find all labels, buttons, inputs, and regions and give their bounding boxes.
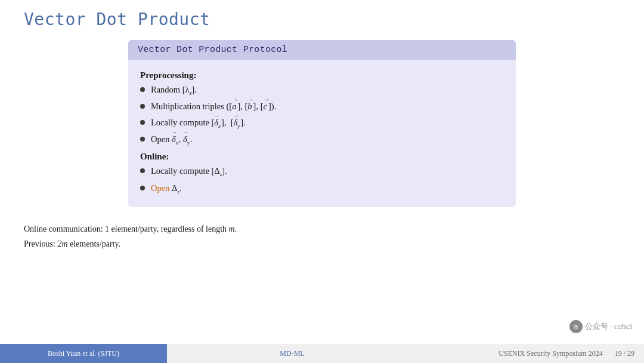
- conference-name: USENIX Security Symposium 2024: [499, 349, 602, 358]
- bullet-dot: [140, 186, 145, 190]
- slide-title: Vector Dot Product: [24, 10, 620, 29]
- preprocessing-list: Random [λz]. Multiplication triples ([a→…: [140, 84, 504, 147]
- watermark-text: 公众号 · ccfsci: [585, 321, 632, 332]
- bullet-text: Multiplication triples ([a→], [b→], [c→]…: [151, 100, 276, 113]
- footer-title: MD-ML: [167, 349, 417, 358]
- list-item: Multiplication triples ([a→], [b→], [c→]…: [140, 100, 504, 113]
- bullet-text: Locally compute [δx→], [δy→].: [151, 116, 246, 130]
- page-number: 19 / 29: [615, 349, 634, 358]
- protocol-box: Vector Dot Product Protocol Preprocessin…: [128, 40, 516, 207]
- bullet-text: Open δx→, δy→.: [151, 133, 192, 147]
- bullet-dot: [140, 87, 145, 92]
- protocol-box-body: Preprocessing: Random [λz]. Multiplicati…: [128, 60, 516, 207]
- bullet-text: Open Δz.: [151, 182, 182, 196]
- bullet-dot: [140, 104, 145, 109]
- footer-line2: Previous: 2m elements/party.: [24, 236, 620, 251]
- protocol-box-header: Vector Dot Product Protocol: [128, 40, 516, 60]
- list-item: Open δx→, δy→.: [140, 133, 504, 147]
- footer-conference: USENIX Security Symposium 2024 19 / 29: [417, 349, 644, 358]
- watermark: 微 公众号 · ccfsci: [569, 320, 632, 333]
- watermark-icon: 微: [569, 320, 583, 333]
- bullet-dot: [140, 168, 145, 173]
- online-list: Locally compute [Δz]. Open Δz.: [140, 165, 504, 196]
- section-online: Online:: [140, 152, 504, 162]
- section-preprocessing: Preprocessing:: [140, 70, 504, 81]
- list-item: Locally compute [Δz].: [140, 165, 504, 179]
- slide-content: Vector Dot Product Vector Dot Product Pr…: [0, 0, 644, 334]
- footer-line1: Online communication: 1 element/party, r…: [24, 222, 620, 236]
- list-item: Random [λz].: [140, 84, 504, 97]
- footer-text: Online communication: 1 element/party, r…: [24, 222, 620, 251]
- bullet-dot: [140, 137, 145, 141]
- bullet-text: Random [λz].: [151, 84, 197, 97]
- list-item: Open Δz.: [140, 182, 504, 196]
- footer-bar: Boshi Yuan et al. (SJTU) MD-ML USENIX Se…: [0, 344, 644, 363]
- bullet-text: Locally compute [Δz].: [151, 165, 227, 179]
- list-item: Locally compute [δx→], [δy→].: [140, 116, 504, 130]
- footer-author: Boshi Yuan et al. (SJTU): [0, 344, 167, 363]
- svg-text:微: 微: [574, 324, 578, 330]
- bullet-dot: [140, 120, 145, 125]
